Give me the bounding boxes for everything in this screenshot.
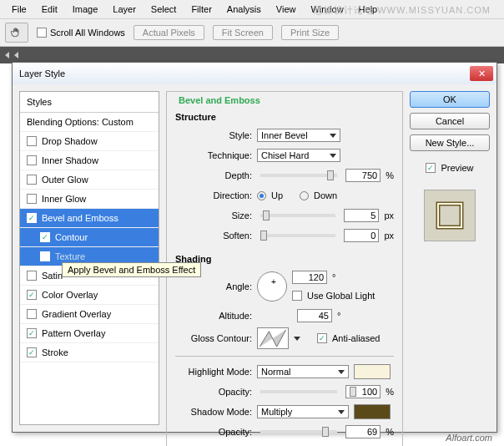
highlight-opacity-slider[interactable] — [260, 390, 337, 393]
chevron-down-icon — [338, 410, 345, 414]
size-slider[interactable] — [260, 214, 335, 217]
hand-tool-icon[interactable] — [5, 23, 28, 43]
size-input[interactable]: 5 — [344, 209, 379, 222]
close-icon[interactable]: ✕ — [470, 66, 493, 81]
highlight-opacity-label: Opacity: — [175, 387, 252, 397]
style-contour[interactable]: ✓Contour — [20, 228, 159, 247]
style-inner-glow[interactable]: Inner Glow — [20, 190, 159, 209]
menu-filter[interactable]: Filter — [184, 3, 218, 16]
chevron-down-icon — [330, 134, 336, 138]
bevel-settings-panel: Bevel and Emboss Structure Style: Inner … — [166, 91, 403, 425]
style-outer-glow[interactable]: Outer Glow — [20, 170, 159, 190]
up-label: Up — [271, 190, 283, 200]
shading-heading: Shading — [175, 254, 394, 264]
menu-layer[interactable]: Layer — [106, 3, 143, 16]
px-unit: px — [384, 231, 394, 241]
altitude-label: Altitude: — [175, 311, 252, 321]
highlight-mode-select[interactable]: Normal — [257, 365, 349, 378]
direction-label: Direction: — [175, 190, 252, 200]
scroll-all-label: Scroll All Windows — [50, 28, 125, 38]
angle-input[interactable]: 120 — [292, 271, 327, 284]
structure-heading: Structure — [175, 112, 394, 122]
depth-slider[interactable] — [260, 174, 337, 177]
new-style-button[interactable]: New Style... — [410, 134, 490, 151]
layer-style-dialog: Layer Style ✕ Styles Blending Options: C… — [12, 62, 497, 433]
panel-collapse-icon[interactable] — [14, 52, 18, 58]
menu-edit[interactable]: Edit — [35, 3, 64, 16]
style-bevel-emboss[interactable]: ✓Bevel and Emboss — [20, 209, 159, 228]
style-pattern-overlay[interactable]: ✓Pattern Overlay — [20, 324, 159, 343]
style-color-overlay[interactable]: ✓Color Overlay — [20, 286, 159, 305]
menu-analysis[interactable]: Analysis — [220, 3, 268, 16]
px-unit: px — [384, 210, 394, 220]
svg-rect-1 — [438, 204, 461, 227]
gloss-contour-picker[interactable] — [257, 327, 289, 349]
shadow-opacity-slider[interactable] — [260, 430, 337, 433]
menu-file[interactable]: File — [5, 3, 33, 16]
depth-input[interactable]: 750 — [345, 169, 381, 182]
soften-slider[interactable] — [260, 234, 335, 237]
blending-options-row[interactable]: Blending Options: Custom — [20, 113, 159, 132]
watermark-text: 思缘设计论坛 WWW.MISSYUAN.COM — [307, 3, 497, 18]
dialog-buttons: OK Cancel New Style... ✓Preview — [410, 91, 490, 425]
percent-unit: % — [386, 170, 394, 180]
preview-label: Preview — [441, 163, 473, 173]
antialiased-check[interactable]: ✓ — [317, 333, 327, 343]
style-inner-shadow[interactable]: Inner Shadow — [20, 151, 159, 170]
soften-input[interactable]: 0 — [344, 229, 379, 242]
svg-rect-0 — [438, 204, 461, 227]
shadow-opacity-label: Opacity: — [175, 427, 252, 437]
depth-label: Depth: — [175, 170, 252, 180]
angle-dial[interactable] — [257, 271, 287, 302]
highlight-color-swatch[interactable] — [354, 364, 391, 379]
global-light-label: Use Global Light — [307, 291, 375, 301]
down-label: Down — [314, 190, 337, 200]
cancel-button[interactable]: Cancel — [410, 113, 490, 129]
style-gradient-overlay[interactable]: Gradient Overlay — [20, 305, 159, 324]
deg-unit: ° — [337, 311, 340, 321]
ok-button[interactable]: OK — [410, 91, 490, 108]
menu-select[interactable]: Select — [144, 3, 184, 16]
tooltip: Apply Bevel and Emboss Effect — [62, 262, 201, 277]
styles-list: Styles Blending Options: Custom Drop Sha… — [19, 91, 159, 425]
scroll-all-windows-check[interactable]: Scroll All Windows — [37, 28, 125, 38]
dialog-titlebar: Layer Style ✕ — [13, 63, 496, 84]
panel-strip — [0, 47, 504, 63]
technique-label: Technique: — [175, 150, 252, 160]
styles-header[interactable]: Styles — [20, 92, 159, 113]
shadow-opacity-input[interactable]: 69 — [345, 425, 381, 438]
print-size-button[interactable]: Print Size — [281, 25, 339, 40]
angle-label: Angle: — [175, 281, 252, 291]
dialog-title: Layer Style — [19, 68, 65, 79]
deg-unit: ° — [332, 272, 335, 282]
panel-collapse-icon[interactable] — [5, 52, 9, 58]
preview-check[interactable]: ✓ — [426, 163, 436, 173]
menu-image[interactable]: Image — [66, 3, 105, 16]
shadow-mode-label: Shadow Mode: — [175, 407, 252, 417]
options-bar: Scroll All Windows Actual Pixels Fit Scr… — [0, 19, 504, 47]
altitude-input[interactable]: 45 — [297, 309, 332, 322]
style-drop-shadow[interactable]: Drop Shadow — [20, 132, 159, 151]
highlight-mode-label: Highlight Mode: — [175, 367, 252, 377]
chevron-down-icon[interactable] — [294, 337, 300, 341]
percent-unit: % — [386, 427, 394, 437]
chevron-down-icon — [330, 154, 336, 158]
direction-down-radio[interactable] — [300, 191, 309, 200]
shadow-color-swatch[interactable] — [354, 404, 391, 419]
fit-screen-button[interactable]: Fit Screen — [213, 25, 273, 40]
menu-view[interactable]: View — [270, 3, 303, 16]
direction-up-radio[interactable] — [257, 191, 266, 200]
percent-unit: % — [386, 387, 394, 397]
app-menubar: File Edit Image Layer Select Filter Anal… — [0, 0, 504, 19]
shadow-mode-select[interactable]: Multiply — [257, 405, 349, 418]
style-select[interactable]: Inner Bevel — [257, 129, 340, 142]
preview-thumbnail — [424, 190, 476, 241]
style-stroke[interactable]: ✓Stroke — [20, 343, 159, 362]
chevron-down-icon — [338, 370, 345, 374]
gloss-contour-label: Gloss Contour: — [175, 333, 252, 343]
actual-pixels-button[interactable]: Actual Pixels — [134, 25, 204, 40]
size-label: Size: — [175, 210, 252, 220]
technique-select[interactable]: Chisel Hard — [257, 149, 340, 162]
antialiased-label: Anti-aliased — [332, 333, 380, 343]
global-light-check[interactable] — [292, 291, 302, 301]
